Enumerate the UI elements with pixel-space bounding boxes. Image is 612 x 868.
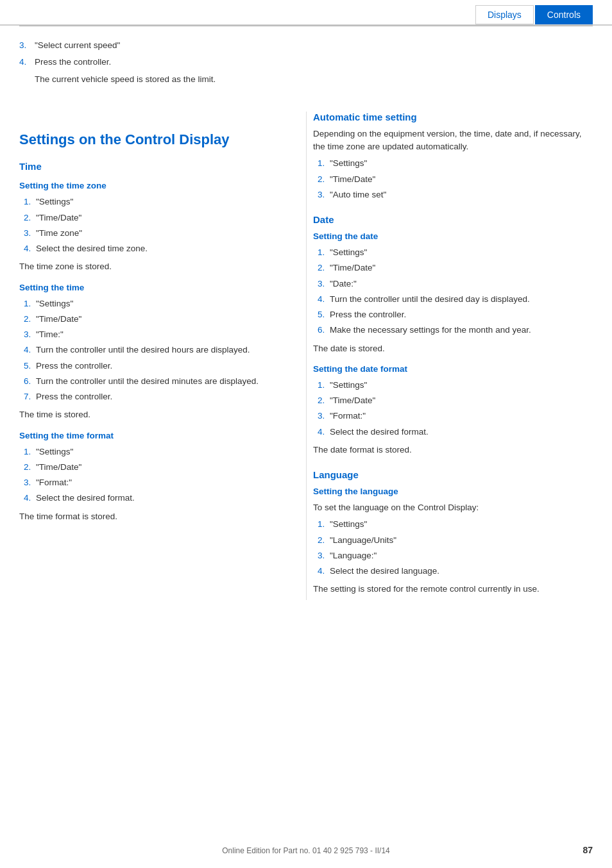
list-item: "Time/Date" <box>33 313 287 326</box>
list-item: "Time/Date" <box>33 212 287 224</box>
language-note: The setting is stored for the remote con… <box>313 583 593 596</box>
list-item: "Time/Date" <box>327 394 593 407</box>
date-steps: "Settings" "Time/Date" "Date:" Turn the … <box>313 246 593 337</box>
left-column: Settings on the Control Display Time Set… <box>19 112 306 600</box>
top-nav: Displays Controls <box>0 0 612 26</box>
list-item: "Settings" <box>327 379 593 392</box>
date-group-heading: Date <box>313 214 593 225</box>
setting-date-format-heading: Setting the date format <box>313 364 593 374</box>
auto-time-steps: "Settings" "Time/Date" "Auto time set" <box>313 157 593 201</box>
list-item: "Language:" <box>327 549 593 562</box>
list-item: "Settings" <box>327 518 593 531</box>
list-item: "Time/Date" <box>327 173 593 186</box>
setting-time-zone-heading: Setting the time zone <box>19 181 287 190</box>
auto-time-heading: Automatic time setting <box>313 112 593 122</box>
list-item: Turn the controller until the desired da… <box>327 293 593 306</box>
intro-note: The current vehicle speed is stored as t… <box>35 73 593 86</box>
date-format-steps: "Settings" "Time/Date" "Format:" Select … <box>313 379 593 438</box>
page-number: 87 <box>582 845 593 855</box>
footer-text: Online Edition for Part no. 01 40 2 925 … <box>222 846 390 855</box>
date-format-note: The date format is stored. <box>313 444 593 456</box>
intro-text-3: "Select current speed" <box>35 39 593 52</box>
list-item: Press the controller. <box>33 360 287 372</box>
list-item: "Settings" <box>327 157 593 170</box>
list-item: Turn the controller until the desired ho… <box>33 344 287 356</box>
setting-time-heading: Setting the time <box>19 283 287 292</box>
list-item: Select the desired language. <box>327 565 593 578</box>
list-item: "Date:" <box>327 278 593 290</box>
list-item: Turn the controller until the desired mi… <box>33 375 287 388</box>
list-item: "Settings" <box>33 446 287 458</box>
list-item: Make the necessary settings for the mont… <box>327 324 593 337</box>
tab-controls[interactable]: Controls <box>535 5 593 24</box>
list-item: "Format:" <box>327 410 593 422</box>
time-steps: "Settings" "Time/Date" "Time:" Turn the … <box>19 297 287 404</box>
language-group-heading: Language <box>313 469 593 480</box>
list-item: "Settings" <box>327 246 593 259</box>
footer: Online Edition for Part no. 01 40 2 925 … <box>0 846 612 855</box>
list-item: Press the controller. <box>33 390 287 403</box>
list-item: "Time:" <box>33 328 287 341</box>
time-format-steps: "Settings" "Time/Date" "Format:" Select … <box>19 446 287 505</box>
main-heading: Settings on the Control Display <box>19 131 287 149</box>
intro-section: 3. "Select current speed" 4. Press the c… <box>0 39 612 86</box>
time-zone-steps: "Settings" "Time/Date" "Time zone" Selec… <box>19 196 287 255</box>
time-zone-note: The time zone is stored. <box>19 260 287 273</box>
list-item: "Auto time set" <box>327 188 593 201</box>
list-item: "Time/Date" <box>33 461 287 474</box>
list-item: "Settings" <box>33 196 287 208</box>
intro-list: 3. "Select current speed" 4. Press the c… <box>19 39 593 86</box>
list-item: "Time/Date" <box>327 262 593 274</box>
intro-item-4: 4. Press the controller. <box>19 56 593 69</box>
language-steps: "Settings" "Language/Units" "Language:" … <box>313 518 593 578</box>
intro-num-4: 4. <box>19 56 35 69</box>
right-column: Automatic time setting Depending on the … <box>306 112 593 600</box>
setting-language-heading: Setting the language <box>313 487 593 496</box>
list-item: Select the desired time zone. <box>33 242 287 255</box>
list-item: "Time zone" <box>33 227 287 240</box>
intro-text-4: Press the controller. <box>35 56 593 69</box>
list-item: "Settings" <box>33 297 287 310</box>
list-item: Select the desired format. <box>327 426 593 438</box>
language-intro: To set the language on the Control Displ… <box>313 501 593 514</box>
date-note: The date is stored. <box>313 342 593 355</box>
time-note: The time is stored. <box>19 408 287 421</box>
content-wrapper: Settings on the Control Display Time Set… <box>0 96 612 638</box>
intro-note-text: The current vehicle speed is stored as t… <box>35 74 216 84</box>
list-item: "Language/Units" <box>327 534 593 547</box>
setting-date-heading: Setting the date <box>313 231 593 241</box>
tab-displays[interactable]: Displays <box>475 5 534 24</box>
time-group-heading: Time <box>19 161 287 172</box>
time-format-note: The time format is stored. <box>19 510 287 523</box>
intro-num-3: 3. <box>19 39 35 52</box>
setting-time-format-heading: Setting the time format <box>19 431 287 440</box>
top-divider <box>19 26 593 26</box>
intro-item-3: 3. "Select current speed" <box>19 39 593 52</box>
list-item: Select the desired format. <box>33 492 287 505</box>
list-item: "Format:" <box>33 476 287 489</box>
list-item: Press the controller. <box>327 308 593 321</box>
auto-time-intro: Depending on the equipment version, the … <box>313 128 593 154</box>
